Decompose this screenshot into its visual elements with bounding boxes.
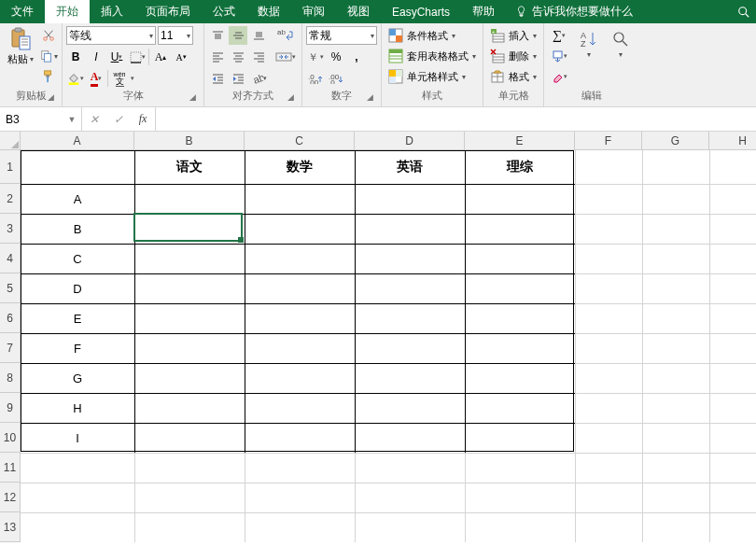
row-header-5[interactable]: 5 [0, 273, 20, 303]
border-button[interactable]: ▾ [128, 48, 147, 66]
row-header-9[interactable]: 9 [0, 393, 20, 423]
cell[interactable]: E [21, 303, 134, 333]
search-icon[interactable] [732, 0, 756, 23]
conditional-formatting-button[interactable]: 条件格式▾ [385, 26, 458, 45]
orientation-button[interactable]: ab▾ [249, 69, 268, 88]
alignment-launcher-icon[interactable]: ◢ [285, 91, 296, 103]
select-all-corner[interactable] [0, 132, 21, 150]
cell[interactable]: A [21, 184, 134, 214]
align-left-button[interactable] [208, 48, 227, 66]
tab-审阅[interactable]: 审阅 [291, 0, 336, 23]
font-name-select[interactable]: 等线▾ [66, 26, 156, 45]
row-header-2[interactable]: 2 [0, 184, 20, 214]
cell[interactable]: 英语 [355, 150, 465, 184]
align-top-button[interactable] [208, 26, 227, 45]
fx-button[interactable]: fx [131, 112, 155, 126]
copy-button[interactable]: ▾ [39, 47, 58, 65]
row-header-4[interactable]: 4 [0, 244, 20, 273]
increase-indent-button[interactable] [229, 69, 247, 88]
delete-cells-button[interactable]: 删除▾ [487, 47, 539, 65]
percent-button[interactable]: % [327, 48, 345, 66]
grow-font-button[interactable]: A▴ [151, 48, 170, 66]
cell[interactable]: 语文 [134, 150, 245, 184]
col-header-A[interactable]: A [21, 132, 134, 149]
shrink-font-button[interactable]: A▾ [172, 48, 190, 66]
col-header-B[interactable]: B [134, 132, 245, 149]
tab-file[interactable]: 文件 [0, 0, 45, 23]
comma-button[interactable]: , [347, 48, 366, 66]
spreadsheet-grid[interactable]: ABCDEFGH 12345678910111213 语文数学英语理综ABCDE… [0, 132, 756, 560]
insert-cells-button[interactable]: +插入▾ [487, 26, 539, 45]
chevron-down-icon[interactable]: ▼ [63, 115, 80, 124]
sort-filter-button[interactable]: AZ▾ [574, 26, 604, 61]
cell[interactable]: B [21, 214, 134, 244]
cancel-formula-button[interactable]: ✕ [82, 113, 106, 126]
cell[interactable]: 数学 [245, 150, 355, 184]
tab-数据[interactable]: 数据 [246, 0, 291, 23]
row-header-7[interactable]: 7 [0, 333, 20, 363]
cell[interactable]: I [21, 423, 134, 453]
tab-公式[interactable]: 公式 [202, 0, 246, 23]
row-header-8[interactable]: 8 [0, 363, 20, 393]
col-header-F[interactable]: F [575, 132, 642, 149]
tab-页面布局[interactable]: 页面布局 [134, 0, 202, 23]
increase-decimal-button[interactable]: .0.00 [306, 69, 325, 88]
cell[interactable]: G [21, 363, 134, 393]
number-format-select[interactable]: 常规▾ [306, 26, 377, 45]
cell[interactable]: D [21, 273, 134, 303]
format-as-table-button[interactable]: 套用表格格式▾ [385, 47, 479, 65]
find-select-button[interactable]: ▾ [606, 26, 636, 61]
cell[interactable]: H [21, 393, 134, 423]
name-box-input[interactable] [0, 113, 63, 126]
cell[interactable]: 理综 [465, 150, 575, 184]
fill-color-button[interactable]: ▾ [66, 69, 85, 88]
font-size-select[interactable]: 11▾ [158, 26, 193, 45]
phonetic-button[interactable]: wén文 [110, 69, 129, 88]
row-header-6[interactable]: 6 [0, 303, 20, 333]
accounting-button[interactable]: ￥▾ [306, 48, 325, 66]
tellme[interactable]: 告诉我你想要做什么 [506, 0, 642, 23]
format-painter-button[interactable] [39, 67, 58, 86]
col-header-D[interactable]: D [355, 132, 465, 149]
tab-视图[interactable]: 视图 [336, 0, 381, 23]
name-box[interactable]: ▼ [0, 107, 82, 131]
underline-button[interactable]: U▾ [107, 48, 126, 66]
clear-button[interactable]: ▾ [548, 67, 570, 86]
italic-button[interactable]: I [87, 48, 105, 66]
autosum-button[interactable]: ∑▾ [548, 26, 570, 45]
align-bottom-button[interactable] [249, 26, 268, 45]
row-header-3[interactable]: 3 [0, 214, 20, 244]
row-header-13[interactable]: 13 [0, 512, 20, 542]
enter-formula-button[interactable]: ✓ [106, 113, 131, 126]
col-header-C[interactable]: C [245, 132, 355, 149]
cell[interactable]: C [21, 244, 134, 273]
wrap-text-button[interactable]: ab [273, 26, 298, 45]
tab-插入[interactable]: 插入 [90, 0, 134, 23]
cell-styles-button[interactable]: 单元格样式▾ [385, 67, 469, 86]
tab-开始[interactable]: 开始 [45, 0, 90, 23]
align-right-button[interactable] [249, 48, 268, 66]
col-header-H[interactable]: H [709, 132, 756, 149]
align-center-button[interactable] [229, 48, 247, 66]
bold-button[interactable]: B [66, 48, 85, 66]
col-header-G[interactable]: G [642, 132, 709, 149]
format-cells-button[interactable]: 格式▾ [487, 67, 539, 86]
font-launcher-icon[interactable]: ◢ [187, 91, 198, 103]
clipboard-launcher-icon[interactable]: ◢ [45, 91, 56, 103]
cut-button[interactable] [39, 26, 58, 45]
row-header-1[interactable]: 1 [0, 150, 20, 184]
fill-button[interactable]: ▾ [548, 47, 570, 65]
font-color-button[interactable]: A▾ [87, 69, 105, 88]
row-header-10[interactable]: 10 [0, 423, 20, 453]
align-middle-button[interactable] [229, 26, 247, 45]
paste-button[interactable]: 粘贴▾ [4, 26, 37, 68]
number-launcher-icon[interactable]: ◢ [364, 91, 375, 103]
decrease-decimal-button[interactable]: .00.0 [327, 69, 345, 88]
col-header-E[interactable]: E [465, 132, 575, 149]
decrease-indent-button[interactable] [208, 69, 227, 88]
formula-input[interactable] [156, 107, 756, 131]
row-header-11[interactable]: 11 [0, 453, 20, 483]
cell[interactable]: F [21, 333, 134, 363]
merge-button[interactable]: ▾ [273, 48, 298, 66]
tab-EasyCharts[interactable]: EasyCharts [381, 0, 461, 23]
